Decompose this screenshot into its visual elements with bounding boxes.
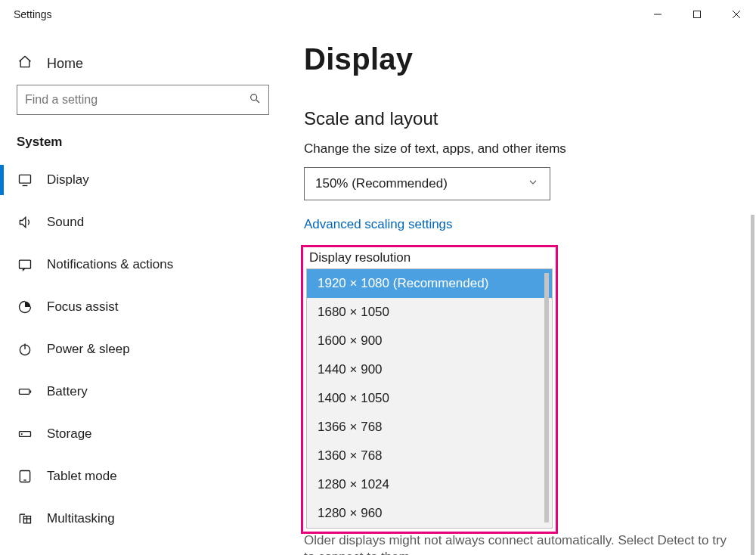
- svg-rect-9: [20, 260, 31, 268]
- scale-desc: Change the size of text, apps, and other…: [284, 141, 756, 167]
- minimize-button[interactable]: [638, 0, 677, 29]
- resolution-option[interactable]: 1360 × 768: [307, 442, 552, 470]
- sidebar: Home System DisplaySoundNotifications & …: [0, 29, 284, 555]
- page-title: Display: [284, 42, 756, 76]
- focus-icon: [17, 299, 33, 315]
- resolution-label: Display resolution: [306, 250, 553, 268]
- sidebar-item-label: Multitasking: [47, 511, 115, 526]
- scale-dropdown-value: 150% (Recommended): [315, 176, 448, 191]
- sidebar-item-label: Battery: [47, 384, 88, 399]
- sidebar-item-label: Storage: [47, 426, 92, 442]
- home-icon: [17, 54, 33, 73]
- sidebar-category: System: [0, 115, 284, 159]
- maximize-button[interactable]: [677, 0, 717, 29]
- main-panel: Display Scale and layout Change the size…: [284, 29, 756, 555]
- sidebar-item-focus[interactable]: Focus assist: [0, 286, 284, 328]
- svg-rect-6: [20, 175, 31, 183]
- svg-point-15: [21, 433, 23, 435]
- resolution-option[interactable]: 1280 × 960: [307, 499, 552, 528]
- resolution-option[interactable]: 1920 × 1080 (Recommended): [307, 269, 552, 298]
- svg-rect-12: [20, 389, 29, 395]
- display-icon: [17, 172, 33, 188]
- sound-icon: [17, 215, 33, 230]
- resolution-option[interactable]: 1680 × 1050: [307, 298, 552, 327]
- sidebar-item-power[interactable]: Power & sleep: [0, 328, 284, 371]
- battery-icon: [17, 384, 33, 399]
- search-icon: [249, 92, 261, 107]
- sidebar-item-label: Focus assist: [47, 299, 118, 315]
- resolution-scrollbar[interactable]: [544, 273, 549, 522]
- svg-line-5: [256, 100, 259, 103]
- sidebar-item-tablet[interactable]: Tablet mode: [0, 455, 284, 498]
- sidebar-item-label: Tablet mode: [47, 469, 117, 484]
- search-field[interactable]: [25, 93, 249, 107]
- sidebar-item-label: Sound: [47, 215, 84, 230]
- sidebar-item-notifications[interactable]: Notifications & actions: [0, 243, 284, 286]
- tablet-icon: [17, 469, 33, 484]
- sidebar-item-label: Notifications & actions: [47, 257, 173, 272]
- svg-rect-1: [694, 11, 701, 18]
- search-input[interactable]: [17, 85, 269, 115]
- resolution-option[interactable]: 1280 × 1024: [307, 470, 552, 499]
- svg-point-4: [251, 95, 257, 101]
- sidebar-home-label: Home: [47, 56, 83, 72]
- notifications-icon: [17, 257, 33, 272]
- power-icon: [17, 342, 33, 357]
- sidebar-item-multitasking[interactable]: Multitasking: [0, 498, 284, 540]
- advanced-scaling-link[interactable]: Advanced scaling settings: [284, 200, 453, 232]
- resolution-option[interactable]: 1440 × 900: [307, 355, 552, 384]
- sidebar-item-battery[interactable]: Battery: [0, 371, 284, 413]
- scale-heading: Scale and layout: [284, 76, 756, 141]
- sidebar-item-label: Power & sleep: [47, 342, 130, 357]
- sidebar-item-sound[interactable]: Sound: [0, 201, 284, 243]
- svg-rect-14: [20, 432, 31, 437]
- app-title: Settings: [14, 8, 52, 20]
- scale-dropdown[interactable]: 150% (Recommended): [304, 167, 550, 200]
- multitasking-icon: [17, 511, 33, 526]
- sidebar-item-storage[interactable]: Storage: [0, 413, 284, 455]
- resolution-area: Display resolution 1920 × 1080 (Recommen…: [301, 245, 558, 534]
- resolution-option[interactable]: 1400 × 1050: [307, 384, 552, 413]
- older-displays-note: Older displays might not always connect …: [304, 532, 727, 555]
- titlebar: Settings: [0, 0, 756, 29]
- window-scrollbar[interactable]: [751, 215, 754, 555]
- sidebar-home[interactable]: Home: [0, 45, 284, 82]
- sidebar-item-display[interactable]: Display: [0, 159, 284, 201]
- close-button[interactable]: [717, 0, 756, 29]
- resolution-option[interactable]: 1366 × 768: [307, 413, 552, 442]
- chevron-down-icon: [527, 176, 539, 192]
- resolution-option[interactable]: 1600 × 900: [307, 327, 552, 355]
- sidebar-item-label: Display: [47, 172, 89, 188]
- storage-icon: [17, 426, 33, 442]
- resolution-dropdown-open[interactable]: 1920 × 1080 (Recommended)1680 × 10501600…: [306, 268, 553, 529]
- svg-marker-8: [20, 217, 25, 227]
